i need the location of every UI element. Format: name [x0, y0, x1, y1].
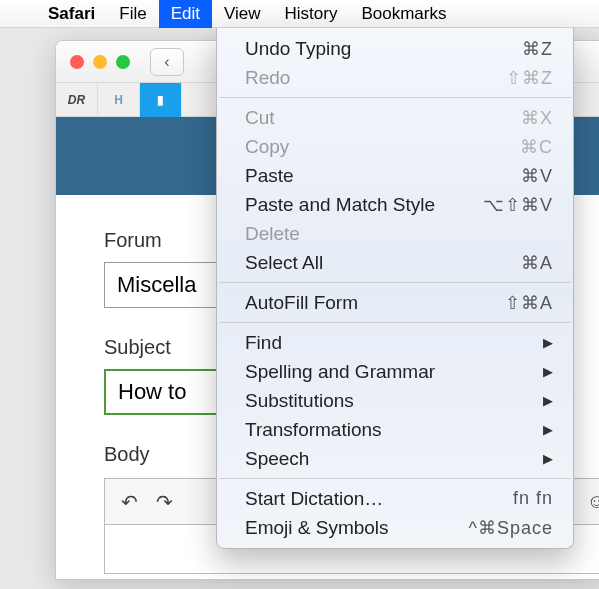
favorite-item-2[interactable]: H: [98, 83, 140, 117]
menu-item-label: Spelling and Grammar: [245, 361, 435, 383]
menu-item-shortcut: ⌘A: [521, 252, 553, 274]
menu-item-label: AutoFill Form: [245, 292, 358, 314]
menu-item-autofill-form[interactable]: AutoFill Form ⇧⌘A: [217, 288, 573, 317]
menu-item-label: Undo Typing: [245, 38, 351, 60]
menu-item-spelling-grammar[interactable]: Spelling and Grammar ▶: [217, 357, 573, 386]
menubar-item-view[interactable]: View: [212, 0, 273, 28]
menu-separator: [219, 322, 571, 323]
undo-icon[interactable]: ↶: [121, 490, 138, 514]
menu-item-label: Transformations: [245, 419, 382, 441]
menu-item-redo: Redo ⇧⌘Z: [217, 63, 573, 92]
favorite-item-3[interactable]: ▮: [140, 83, 182, 117]
emoji-icon[interactable]: ☺: [587, 490, 599, 513]
menu-item-shortcut: ⇧⌘Z: [506, 67, 553, 89]
menu-separator: [219, 97, 571, 98]
menu-item-label: Copy: [245, 136, 289, 158]
menu-item-label: Cut: [245, 107, 275, 129]
menu-item-shortcut: ⇧⌘A: [505, 292, 553, 314]
maximize-button[interactable]: [116, 55, 130, 69]
menu-item-label: Paste: [245, 165, 294, 187]
menu-item-start-dictation[interactable]: Start Dictation… fn fn: [217, 484, 573, 513]
menubar-app-name[interactable]: Safari: [36, 0, 107, 28]
submenu-arrow-icon: ▶: [543, 393, 553, 408]
menu-item-copy: Copy ⌘C: [217, 132, 573, 161]
menu-item-label: Start Dictation…: [245, 488, 383, 510]
menu-item-shortcut: ⌘V: [521, 165, 553, 187]
menubar-item-edit[interactable]: Edit: [159, 0, 212, 28]
menu-item-delete: Delete: [217, 219, 573, 248]
menu-item-label: Redo: [245, 67, 290, 89]
window-controls: [70, 55, 130, 69]
menu-item-undo-typing[interactable]: Undo Typing ⌘Z: [217, 34, 573, 63]
forum-select[interactable]: [104, 262, 224, 308]
menu-item-shortcut: ⌘X: [521, 107, 553, 129]
submenu-arrow-icon: ▶: [543, 335, 553, 350]
menu-separator: [219, 282, 571, 283]
menubar-item-file[interactable]: File: [107, 0, 158, 28]
menu-item-speech[interactable]: Speech ▶: [217, 444, 573, 473]
back-button[interactable]: ‹: [150, 48, 184, 76]
subject-input[interactable]: [104, 369, 224, 415]
menu-item-transformations[interactable]: Transformations ▶: [217, 415, 573, 444]
menu-item-label: Find: [245, 332, 282, 354]
menu-item-cut: Cut ⌘X: [217, 103, 573, 132]
menu-item-substitutions[interactable]: Substitutions ▶: [217, 386, 573, 415]
menu-item-shortcut: ⌥⇧⌘V: [483, 194, 553, 216]
submenu-arrow-icon: ▶: [543, 422, 553, 437]
menu-item-label: Select All: [245, 252, 323, 274]
menu-item-paste-match-style[interactable]: Paste and Match Style ⌥⇧⌘V: [217, 190, 573, 219]
chevron-left-icon: ‹: [164, 53, 169, 71]
submenu-arrow-icon: ▶: [543, 364, 553, 379]
menu-item-find[interactable]: Find ▶: [217, 328, 573, 357]
menu-item-emoji-symbols[interactable]: Emoji & Symbols ^⌘Space: [217, 513, 573, 542]
close-button[interactable]: [70, 55, 84, 69]
menu-item-label: Speech: [245, 448, 309, 470]
menu-item-shortcut: ^⌘Space: [469, 517, 553, 539]
minimize-button[interactable]: [93, 55, 107, 69]
redo-icon[interactable]: ↷: [156, 490, 173, 514]
system-menubar: Safari File Edit View History Bookmarks: [0, 0, 599, 28]
menu-item-label: Substitutions: [245, 390, 354, 412]
submenu-arrow-icon: ▶: [543, 451, 553, 466]
menu-item-select-all[interactable]: Select All ⌘A: [217, 248, 573, 277]
menu-item-label: Delete: [245, 223, 300, 245]
menu-separator: [219, 478, 571, 479]
gift-icon: ▮: [157, 93, 164, 107]
edit-menu-dropdown: Undo Typing ⌘Z Redo ⇧⌘Z Cut ⌘X Copy ⌘C P…: [216, 28, 574, 549]
menu-item-paste[interactable]: Paste ⌘V: [217, 161, 573, 190]
menu-item-label: Paste and Match Style: [245, 194, 435, 216]
menu-item-shortcut: ⌘Z: [522, 38, 553, 60]
menu-item-shortcut: ⌘C: [520, 136, 553, 158]
favorite-item-1[interactable]: DR: [56, 83, 98, 117]
menubar-item-history[interactable]: History: [273, 0, 350, 28]
menubar-item-bookmarks[interactable]: Bookmarks: [349, 0, 458, 28]
menu-item-shortcut: fn fn: [513, 488, 553, 509]
menu-item-label: Emoji & Symbols: [245, 517, 389, 539]
